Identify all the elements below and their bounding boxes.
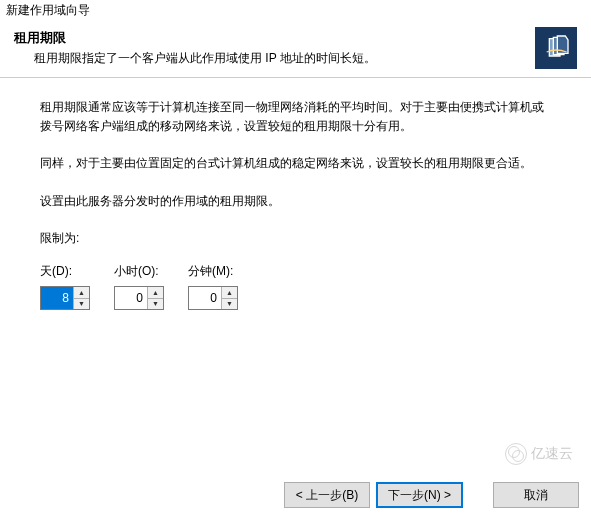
window-title: 新建作用域向导 (0, 0, 591, 21)
hours-input[interactable] (115, 287, 147, 309)
wizard-header: 租用期限 租用期限指定了一个客户端从此作用域使用 IP 地址的时间长短。 (0, 21, 591, 78)
minutes-input[interactable] (189, 287, 221, 309)
days-down-button[interactable]: ▼ (74, 299, 89, 310)
back-button[interactable]: < 上一步(B) (284, 482, 370, 508)
header-text-block: 租用期限 租用期限指定了一个客户端从此作用域使用 IP 地址的时间长短。 (14, 29, 535, 67)
wizard-content: 租用期限通常应该等于计算机连接至同一物理网络消耗的平均时间。对于主要由便携式计算… (0, 78, 591, 320)
paragraph-1: 租用期限通常应该等于计算机连接至同一物理网络消耗的平均时间。对于主要由便携式计算… (40, 98, 551, 136)
minutes-up-button[interactable]: ▲ (222, 287, 237, 299)
days-spinner[interactable]: ▲ ▼ (40, 286, 90, 310)
days-input[interactable] (41, 287, 73, 309)
minutes-spinner[interactable]: ▲ ▼ (188, 286, 238, 310)
paragraph-2: 同样，对于主要由位置固定的台式计算机组成的稳定网络来说，设置较长的租用期限更合适… (40, 154, 551, 173)
watermark: 亿速云 (505, 443, 573, 465)
documents-icon (540, 32, 572, 64)
wizard-icon (535, 27, 577, 69)
hours-spinner[interactable]: ▲ ▼ (114, 286, 164, 310)
hours-group: 小时(O): ▲ ▼ (114, 262, 164, 310)
minutes-group: 分钟(M): ▲ ▼ (188, 262, 238, 310)
duration-inputs-row: 天(D): ▲ ▼ 小时(O): ▲ ▼ 分钟(M): (40, 262, 551, 310)
wizard-button-bar: < 上一步(B) 下一步(N) > 取消 (284, 482, 579, 508)
watermark-icon (505, 443, 527, 465)
days-group: 天(D): ▲ ▼ (40, 262, 90, 310)
days-label: 天(D): (40, 262, 72, 281)
minutes-spinner-buttons: ▲ ▼ (221, 287, 237, 309)
minutes-down-button[interactable]: ▼ (222, 299, 237, 310)
header-description: 租用期限指定了一个客户端从此作用域使用 IP 地址的时间长短。 (14, 50, 535, 67)
limit-label: 限制为: (40, 229, 551, 248)
cancel-button[interactable]: 取消 (493, 482, 579, 508)
days-spinner-buttons: ▲ ▼ (73, 287, 89, 309)
hours-down-button[interactable]: ▼ (148, 299, 163, 310)
hours-up-button[interactable]: ▲ (148, 287, 163, 299)
watermark-text: 亿速云 (531, 445, 573, 463)
minutes-label: 分钟(M): (188, 262, 233, 281)
paragraph-3: 设置由此服务器分发时的作用域的租用期限。 (40, 192, 551, 211)
next-button[interactable]: 下一步(N) > (376, 482, 463, 508)
hours-spinner-buttons: ▲ ▼ (147, 287, 163, 309)
days-up-button[interactable]: ▲ (74, 287, 89, 299)
header-title: 租用期限 (14, 29, 535, 47)
hours-label: 小时(O): (114, 262, 159, 281)
